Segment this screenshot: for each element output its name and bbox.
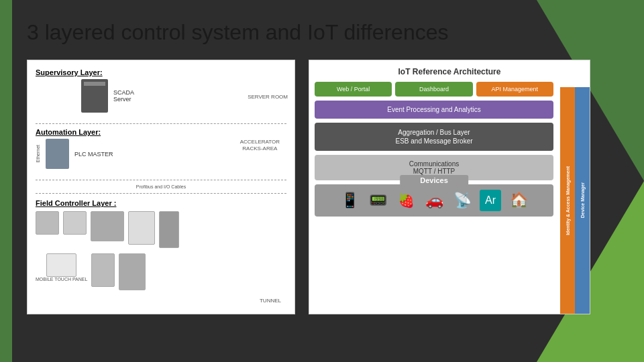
field-section: Field Controller Layer : MOBILE TOUCH PA… xyxy=(36,199,286,290)
raspberry-icon: 🍓 xyxy=(395,190,417,211)
right-diagram: IoT Reference Architecture Identity & Ac… xyxy=(309,60,590,314)
divider2 xyxy=(36,180,286,180)
mobile-area: MOBILE TOUCH PANEL xyxy=(36,253,87,290)
field-devices xyxy=(36,211,286,248)
profibus-label: Profibus and I/O Cables xyxy=(36,184,286,189)
device-1 xyxy=(36,211,59,235)
automation-label: Automation Layer: xyxy=(36,128,286,136)
tunnel-label: TUNNEL xyxy=(260,298,281,304)
signal-icon: 📡 xyxy=(451,190,473,211)
devices-label: Devices xyxy=(400,175,468,186)
mobile-label: MOBILE TOUCH PANEL xyxy=(36,277,87,282)
scada-server-icon xyxy=(81,79,108,113)
device-6 xyxy=(91,253,115,287)
aggregation-text: Aggregation / Bus Layer ESB and Message … xyxy=(395,129,472,145)
arduino-icon: Ar xyxy=(480,190,501,211)
iot-top-row: Web / Portal Dashboard API Management xyxy=(315,82,553,97)
device-3 xyxy=(91,211,124,241)
identity-label: Identity & Access Management xyxy=(566,166,570,235)
device-manager-sidebar: Device Manager xyxy=(575,87,590,314)
mobile-icon: 📟 xyxy=(367,190,388,211)
ethernet-label: Ethernet xyxy=(36,145,40,162)
mobile-device xyxy=(46,253,76,277)
aggregation-box: Aggregation / Bus Layer ESB and Message … xyxy=(315,123,553,151)
house-icon: 🏠 xyxy=(508,190,529,211)
device-7 xyxy=(119,253,146,290)
scada-label: SCADAServer xyxy=(113,89,134,103)
plc-label: PLC MASTER xyxy=(74,151,113,158)
communications-text: Communications MQTT / HTTP xyxy=(409,160,459,175)
automation-content: Ethernet PLC MASTER ACCELERATORRACKS-ARE… xyxy=(36,139,286,169)
car-icon: 🚗 xyxy=(423,190,445,211)
supervisory-label: Supervisory Layer: xyxy=(36,68,286,76)
divider3 xyxy=(36,193,286,194)
server-room-label: SERVER ROOM xyxy=(248,94,288,101)
device-5 xyxy=(159,211,179,248)
supervisory-section: Supervisory Layer: SCADAServer SERVER RO… xyxy=(36,68,286,113)
dashboard-box: Dashboard xyxy=(395,82,472,97)
identity-sidebar: Identity & Access Management xyxy=(560,87,575,314)
event-processing-box: Event Processing and Analytics xyxy=(315,101,553,119)
device-2 xyxy=(63,211,87,235)
field-label: Field Controller Layer : xyxy=(36,199,286,207)
device-manager-label: Device Manager xyxy=(580,182,585,218)
iot-main-content: Web / Portal Dashboard API Management Ev… xyxy=(315,82,553,217)
diagrams-row: Supervisory Layer: SCADAServer SERVER RO… xyxy=(27,60,617,314)
divider1 xyxy=(36,123,286,124)
device-4 xyxy=(128,211,155,245)
plc-icon xyxy=(46,139,69,169)
field-devices-row2: MOBILE TOUCH PANEL xyxy=(36,253,286,290)
accel-label: ACCELERATORRACKS-AREA xyxy=(240,139,280,152)
page-title: 3 layered control system and IoT differe… xyxy=(27,20,617,45)
left-diagram: Supervisory Layer: SCADAServer SERVER RO… xyxy=(27,60,295,314)
devices-section: Devices 📱 📟 🍓 🚗 📡 Ar 🏠 xyxy=(315,184,553,217)
api-management-box: API Management xyxy=(476,82,553,97)
web-portal-box: Web / Portal xyxy=(315,82,392,97)
iot-title: IoT Reference Architecture xyxy=(315,67,584,76)
phone-icon: 📱 xyxy=(339,190,360,211)
automation-section: Automation Layer: Ethernet PLC MASTER AC… xyxy=(36,128,286,169)
